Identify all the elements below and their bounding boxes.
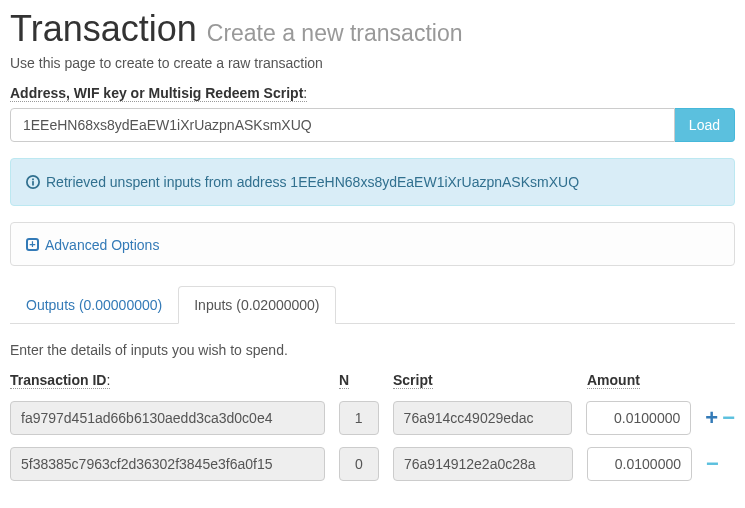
n-input[interactable] (339, 447, 379, 481)
svg-rect-2 (32, 179, 34, 181)
header-amount: Amount (587, 372, 640, 389)
remove-row-icon[interactable]: − (722, 407, 735, 429)
advanced-panel: + Advanced Options (10, 222, 735, 266)
title-subtitle: Create a new transaction (207, 20, 463, 46)
script-input[interactable] (393, 401, 573, 435)
load-button[interactable]: Load (675, 108, 735, 142)
header-n: N (339, 372, 349, 389)
page-title: Transaction Create a new transaction (10, 8, 735, 50)
txid-input[interactable] (10, 401, 325, 435)
remove-row-icon[interactable]: − (706, 453, 719, 475)
alert-info: Retrieved unspent inputs from address 1E… (10, 158, 735, 206)
title-main: Transaction (10, 8, 197, 49)
page-lead: Use this page to create to create a raw … (10, 55, 735, 71)
header-script: Script (393, 372, 433, 389)
address-label: Address, WIF key or Multisig Redeem Scri… (10, 85, 307, 102)
address-input[interactable] (10, 108, 675, 142)
amount-input[interactable] (587, 447, 692, 481)
n-input[interactable] (339, 401, 379, 435)
inputs-header-row: Transaction ID N Script Amount (10, 372, 735, 389)
expand-icon: + (26, 238, 39, 251)
header-txid: Transaction ID (10, 372, 110, 389)
tab-outputs[interactable]: Outputs (0.00000000) (10, 286, 178, 324)
inputs-hint: Enter the details of inputs you wish to … (10, 342, 735, 358)
advanced-label: Advanced Options (45, 237, 159, 253)
add-row-icon[interactable]: + (705, 407, 718, 429)
input-row: − (10, 447, 735, 481)
amount-input[interactable] (586, 401, 691, 435)
input-row: + − (10, 401, 735, 435)
tab-inputs[interactable]: Inputs (0.02000000) (178, 286, 335, 324)
svg-rect-1 (32, 181, 34, 185)
alert-text: Retrieved unspent inputs from address 1E… (46, 174, 579, 190)
tabs: Outputs (0.00000000) Inputs (0.02000000) (10, 286, 735, 324)
advanced-toggle[interactable]: + Advanced Options (26, 237, 159, 253)
info-icon (26, 175, 40, 189)
script-input[interactable] (393, 447, 573, 481)
txid-input[interactable] (10, 447, 325, 481)
